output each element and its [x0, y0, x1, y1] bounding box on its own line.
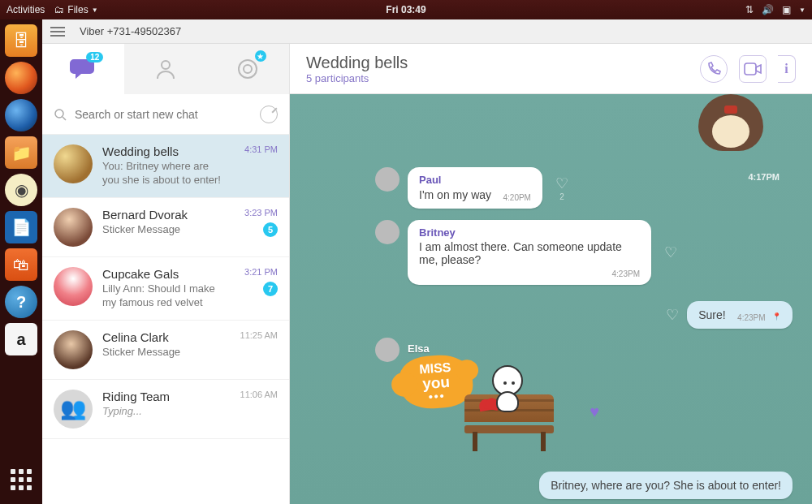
message-sender: Britney [419, 226, 640, 239]
message-bubble[interactable]: Britney, where are you? She is about to … [539, 472, 793, 499]
video-call-button[interactable] [739, 55, 767, 83]
chat-item-time: 11:06 AM [240, 390, 278, 399]
svg-line-4 [63, 117, 66, 120]
like-button[interactable]: ♥ [590, 403, 599, 421]
conversation-header: Wedding bells 5 participants i [290, 44, 812, 94]
battery-icon[interactable]: ▣ [782, 4, 791, 15]
phone-icon [706, 61, 722, 77]
window-title: Viber +731-49502367 [80, 25, 181, 37]
dock-show-applications[interactable] [5, 463, 37, 496]
avatar [54, 144, 93, 183]
compose-button[interactable] [260, 106, 278, 123]
clock[interactable]: Fri 03:49 [386, 4, 425, 15]
viber-titlebar: Viber +731-49502367 [42, 19, 812, 44]
chat-item-preview: Typing... [102, 405, 227, 419]
message-time: 4:23PM [419, 269, 640, 278]
like-button[interactable]: ♡2 [555, 174, 568, 201]
avatar [54, 267, 93, 306]
chevron-down-icon: ▼ [92, 6, 98, 14]
dock-icon-ubuntu-software[interactable]: 🛍 [5, 248, 37, 281]
dock-icon-help[interactable]: ? [5, 286, 37, 318]
like-button[interactable]: ♡ [664, 243, 677, 261]
avatar [54, 330, 93, 369]
ubuntu-top-bar: Activities 🗂 Files ▼ Fri 03:49 ⇅ 🔊 ▣ ▼ [0, 0, 812, 19]
chat-item-cupcake-gals[interactable]: Cupcake Gals Lilly Ann: Should I make my… [42, 257, 289, 321]
avatar: 👥 [54, 390, 93, 429]
tab-contacts[interactable] [124, 44, 206, 94]
contacts-icon [154, 58, 177, 80]
chat-item-riding-team[interactable]: 👥 Riding Team Typing... 11:06 AM [42, 380, 289, 439]
sidebar: 12 ★ Wedding bells [42, 44, 290, 504]
avatar[interactable] [375, 167, 400, 192]
like-count: 2 [559, 192, 564, 201]
avatar [54, 208, 93, 247]
tab-chats[interactable]: 12 [42, 44, 124, 94]
voice-call-button[interactable] [700, 55, 728, 83]
svg-point-2 [244, 65, 252, 73]
chat-item-title: Wedding bells [102, 144, 227, 158]
message-outgoing-sure: ♡ Sure! 4:23PM 📍 [661, 301, 793, 329]
search-icon [54, 108, 67, 121]
info-button[interactable]: i [778, 55, 796, 83]
chat-item-bernard[interactable]: Bernard Dvorak Sticker Message 3:23 PM 5 [42, 198, 289, 257]
message-body: Sure! [698, 308, 725, 321]
search-input[interactable] [75, 108, 252, 121]
network-icon[interactable]: ⇅ [745, 4, 754, 15]
unread-badge: 7 [263, 282, 278, 296]
ubuntu-dock: 🗄 📁 ◉ 📄 🛍 ? a [0, 19, 42, 504]
svg-point-0 [162, 61, 170, 69]
chat-item-title: Riding Team [102, 390, 227, 403]
chat-item-preview: Sticker Message [102, 223, 227, 237]
location-pin-icon: 📍 [772, 312, 781, 321]
files-icon: 🗂 [54, 4, 64, 15]
dock-icon-libreoffice-writer[interactable]: 📄 [5, 211, 37, 243]
chat-item-title: Cupcake Gals [102, 267, 227, 281]
conversation-title: Wedding bells [306, 54, 700, 72]
files-menu-label: Files [67, 4, 88, 15]
chats-unread-badge: 12 [86, 52, 103, 62]
search-row [42, 94, 289, 135]
files-menu[interactable]: 🗂 Files ▼ [54, 4, 97, 15]
message-britney: Britney I am almost there. Can someone u… [375, 220, 677, 285]
message-time: 4:20PM [503, 193, 530, 202]
chat-item-celina[interactable]: Celina Clark Sticker Message 11:25 AM [42, 321, 289, 380]
conversation-pane: Wedding bells 5 participants i 4:17PM [290, 44, 812, 504]
chat-item-time: 3:23 PM [244, 208, 278, 218]
chat-item-title: Celina Clark [102, 330, 227, 344]
dock-icon-firefox[interactable] [5, 62, 37, 94]
messages-area[interactable]: 4:17PM Paul I'm on my way 4:20PM ♡2 [290, 94, 812, 504]
viber-window: Viber +731-49502367 12 ★ [42, 19, 812, 504]
svg-rect-5 [745, 63, 756, 75]
public-star-badge: ★ [255, 50, 266, 62]
svg-point-1 [239, 60, 257, 78]
message-bubble[interactable]: Paul I'm on my way 4:20PM [408, 167, 542, 209]
message-time: 4:17PM [748, 172, 780, 182]
dock-icon-rhythmbox[interactable]: ◉ [5, 174, 37, 206]
chat-item-preview: Sticker Message [102, 346, 227, 360]
unread-badge: 5 [263, 222, 278, 237]
hamburger-menu-icon[interactable] [50, 27, 65, 37]
like-button[interactable]: ♡ [666, 306, 679, 324]
chat-list[interactable]: Wedding bells You: Britney where are you… [42, 135, 289, 504]
tab-public[interactable]: ★ [207, 44, 289, 94]
sticker-miss-you[interactable]: MISS you ••• ♥ 4:26PM [400, 346, 578, 492]
dock-icon-nautilus[interactable]: 🗄 [5, 24, 37, 57]
chat-item-time: 11:25 AM [240, 330, 278, 340]
message-bubble[interactable]: Sure! 4:23PM 📍 [687, 301, 793, 329]
avatar[interactable] [375, 220, 400, 244]
activities-button[interactable]: Activities [6, 4, 45, 15]
message-bubble[interactable]: Britney I am almost there. Can someone u… [408, 220, 651, 285]
system-menu-chevron-icon[interactable]: ▼ [799, 6, 806, 14]
dock-icon-files[interactable]: 📁 [5, 136, 37, 169]
dock-icon-amazon[interactable]: a [5, 323, 37, 355]
volume-icon[interactable]: 🔊 [762, 4, 774, 15]
message-outgoing-where: Britney, where are you? She is about to … [539, 472, 793, 499]
avatar[interactable] [375, 338, 400, 362]
chat-item-title: Bernard Dvorak [102, 208, 227, 222]
chat-item-preview: You: Britney where are you she is about … [102, 160, 227, 187]
chat-item-wedding-bells[interactable]: Wedding bells You: Britney where are you… [42, 135, 289, 198]
chat-item-preview: Lilly Ann: Should I make my famous red v… [102, 282, 227, 310]
message-body: I am almost there. Can someone update me… [419, 240, 640, 266]
conversation-subtitle[interactable]: 5 participants [306, 72, 700, 84]
dock-icon-thunderbird[interactable] [5, 99, 37, 131]
